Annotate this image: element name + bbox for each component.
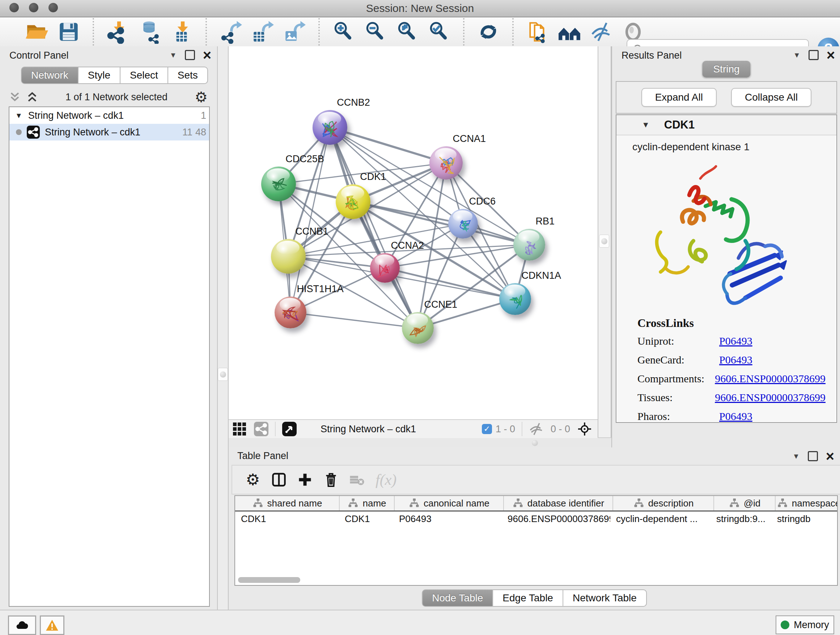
node-cdc6[interactable] [448,209,478,239]
collapse-all-icon[interactable] [9,92,21,103]
tab-network[interactable]: Network [21,67,78,84]
tab-node-table[interactable]: Node Table [422,589,493,607]
section-collapse-icon[interactable]: ▼ [642,120,650,130]
grid-view-icon[interactable] [232,421,248,437]
tab-select[interactable]: Select [120,67,168,84]
selected-checkbox-icon[interactable]: ✓ [482,424,492,434]
network-canvas[interactable]: CCNB2CCNA1CDC25BCDK1CDC6RB1CCNB1CCNA2CDK… [229,46,598,419]
node-ccnb2[interactable] [313,110,347,145]
network-thumbnail-icon[interactable] [253,421,269,437]
toolbar-group [318,18,463,46]
column-header-label: description [648,498,694,509]
zoom-fit-icon[interactable] [395,20,419,44]
crosslink-link[interactable]: 9606.ENSP00000378699 [715,391,826,404]
left-splitter-handle[interactable] [218,368,228,381]
warnings-button[interactable] [40,616,65,635]
tab-sets[interactable]: Sets [168,67,208,84]
float-panel-icon[interactable] [808,50,819,60]
crosslink-link[interactable]: P06493 [719,410,752,423]
open-session-icon[interactable] [25,20,49,44]
table-hscrollbar[interactable] [238,577,300,583]
table-row[interactable]: CDK1CDK1P064939606.ENSP00000378699cyclin… [235,511,837,527]
first-neighbors-icon[interactable] [557,20,581,44]
node-ccna1[interactable] [429,146,463,180]
collapse-panel-icon[interactable]: ▼ [793,452,800,461]
close-panel-icon[interactable]: × [203,51,211,59]
memory-button[interactable]: Memory [775,616,834,634]
float-panel-icon[interactable] [808,451,818,461]
node-label: CDK1 [360,171,386,182]
node-ccnb1[interactable] [271,239,306,274]
add-column-icon[interactable] [294,469,316,490]
import-network-icon[interactable] [106,20,130,44]
tab-network-table[interactable]: Network Table [563,589,647,607]
results-buttons-box: Expand All Collapse All [616,81,837,114]
crosslink-link[interactable]: P06493 [719,335,752,347]
network-collection-row[interactable]: ▼ String Network – cdk1 1 [9,107,209,124]
export-network-icon[interactable] [219,20,243,44]
close-panel-icon[interactable]: × [827,51,835,59]
export-table-icon[interactable] [251,20,275,44]
edge-count: 48 [195,127,206,138]
birds-eye-view-icon[interactable] [281,421,297,437]
column-header-canonical-name[interactable]: canonical name [394,496,503,510]
node-ccne1[interactable] [402,312,434,344]
gene-section-header[interactable]: ▼ CDK1 [616,115,836,135]
column-header-label: database identifier [527,498,604,509]
cloud-button[interactable] [8,616,36,635]
node-cdc25b[interactable] [261,166,296,201]
expand-all-icon[interactable] [26,92,38,103]
protein-squiggle-icon [374,260,395,280]
right-splitter-handle[interactable] [599,234,609,248]
column-header-name[interactable]: name [339,496,394,510]
cloud-icon [15,618,29,632]
expand-all-button[interactable]: Expand All [641,88,717,107]
refresh-icon[interactable] [477,20,500,44]
network-options-gear-icon[interactable]: ⚙ [195,92,208,103]
table-cell: cyclin-dependent ... [610,511,711,527]
crosslink-link[interactable]: P06493 [719,354,752,366]
tab-edge-table[interactable]: Edge Table [493,589,563,607]
export-image-icon[interactable] [283,20,306,44]
share-document-icon[interactable] [526,20,549,44]
node-ccna2[interactable] [370,253,400,283]
column-header-shared-name[interactable]: shared name [235,496,339,510]
node-hist1h1a[interactable] [275,296,306,328]
fit-content-crosshair-icon[interactable] [576,421,592,437]
collapse-panel-icon[interactable]: ▼ [793,51,801,59]
toolbar-group [13,20,93,44]
crosslink-link[interactable]: 9606.ENSP00000378699 [715,372,826,385]
node-rb1[interactable] [513,229,545,261]
close-panel-icon[interactable]: × [826,452,834,460]
collapse-all-button[interactable]: Collapse All [731,88,812,107]
gene-name: CDK1 [664,119,695,131]
left-splitter[interactable] [217,46,229,610]
float-panel-icon[interactable] [185,50,195,60]
show-columns-icon[interactable] [268,469,289,490]
table-settings-gear-icon[interactable]: ⚙ [242,469,264,490]
column-header-description[interactable]: description [613,496,714,510]
zoom-out-icon[interactable] [363,20,387,44]
column-header-database-identifier[interactable]: database identifier [503,496,613,510]
right-splitter[interactable] [598,46,611,448]
tree-expand-icon[interactable]: ▼ [15,111,22,120]
network-row[interactable]: String Network – cdk1 11 48 [9,124,209,141]
column-header-namespace[interactable]: namespace [775,496,838,510]
tab-style[interactable]: Style [78,67,120,84]
import-table-icon[interactable] [170,20,194,44]
node-label: CCNA2 [391,240,424,251]
zoom-in-icon[interactable] [332,20,355,44]
node-cdk1[interactable] [336,184,370,219]
tab-string[interactable]: String [702,61,750,78]
protein-squiggle-icon [341,192,365,216]
column-header--id[interactable]: @id [714,496,775,510]
save-session-icon[interactable] [57,20,81,44]
show-hide-icon[interactable] [589,20,613,44]
collapse-panel-icon[interactable]: ▼ [170,51,177,59]
hidden-eye-icon[interactable] [528,421,544,437]
zoom-selected-icon[interactable] [427,20,451,44]
bottom-splitter-handle[interactable] [532,440,538,446]
node-cdkn1a[interactable] [499,283,531,315]
import-database-icon[interactable] [138,20,162,44]
delete-column-trash-icon[interactable] [321,469,341,490]
